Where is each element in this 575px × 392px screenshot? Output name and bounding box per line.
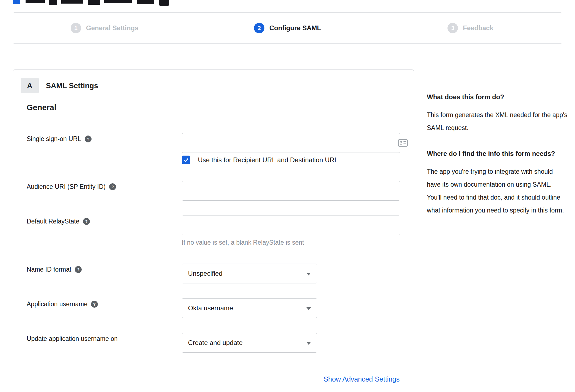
update-username-label-row: Update application username on — [27, 335, 118, 343]
clipped-title-badge — [159, 0, 169, 6]
help-heading-1: What does this form do? — [427, 92, 568, 103]
sso-recipient-checkbox-row: Use this for Recipient URL and Destinati… — [182, 156, 338, 164]
help-icon[interactable] — [75, 266, 82, 273]
help-body-1: This form generates the XML needed for t… — [427, 109, 568, 134]
help-panel: What does this form do? This form genera… — [427, 92, 568, 231]
chevron-down-icon — [306, 342, 311, 345]
clipped-page-title — [13, 0, 189, 6]
step-general-settings[interactable]: 1 General Settings — [13, 13, 196, 43]
relay-state-label: Default RelayState — [27, 218, 79, 225]
update-username-select[interactable]: Create and update — [182, 333, 317, 353]
audience-uri-label-row: Audience URI (SP Entity ID) — [27, 183, 116, 191]
step-number-badge: 1 — [71, 23, 81, 33]
help-icon[interactable] — [109, 183, 116, 190]
sso-url-label-row: Single sign-on URL — [27, 135, 92, 143]
recipient-url-checkbox-label: Use this for Recipient URL and Destinati… — [198, 156, 338, 164]
application-username-label: Application username — [27, 300, 87, 308]
relay-state-label-row: Default RelayState — [27, 218, 90, 225]
help-body-2: The app you're trying to integrate with … — [427, 165, 568, 217]
name-id-format-value: Unspecified — [188, 270, 222, 277]
help-icon[interactable] — [83, 218, 90, 225]
step-label: Configure SAML — [269, 24, 321, 32]
name-id-format-label-row: Name ID format — [27, 266, 82, 273]
autofill-card-icon[interactable] — [398, 139, 408, 147]
chevron-down-icon — [306, 307, 311, 310]
card-title: SAML Settings — [46, 82, 98, 90]
check-icon — [183, 157, 189, 163]
wizard-stepper: 1 General Settings 2 Configure SAML 3 Fe… — [13, 12, 562, 44]
name-id-format-label: Name ID format — [27, 266, 71, 273]
step-feedback[interactable]: 3 Feedback — [379, 13, 562, 43]
recipient-url-checkbox[interactable] — [182, 156, 190, 164]
relay-state-input[interactable] — [182, 216, 400, 235]
application-username-label-row: Application username — [27, 300, 98, 308]
step-number-badge: 2 — [254, 23, 264, 33]
show-advanced-settings-link[interactable]: Show Advanced Settings — [324, 375, 400, 383]
clipped-title-icon — [13, 0, 20, 4]
help-icon[interactable] — [85, 136, 92, 142]
application-username-value: Okta username — [188, 304, 233, 312]
section-a-badge: A — [21, 78, 39, 93]
saml-settings-card: A SAML Settings General Single sign-on U… — [13, 69, 414, 392]
help-heading-2: Where do I find the info this form needs… — [427, 148, 568, 159]
step-label: Feedback — [463, 24, 493, 32]
help-icon[interactable] — [91, 301, 98, 308]
relay-state-hint: If no value is set, a blank RelayState i… — [182, 239, 304, 246]
update-username-label: Update application username on — [27, 335, 118, 343]
application-username-select[interactable]: Okta username — [182, 298, 317, 318]
step-label: General Settings — [86, 24, 139, 32]
update-username-value: Create and update — [188, 339, 243, 347]
sso-url-input[interactable] — [182, 133, 400, 153]
step-number-badge: 3 — [447, 23, 458, 33]
sso-url-label: Single sign-on URL — [27, 135, 81, 143]
audience-uri-input[interactable] — [182, 181, 400, 201]
audience-uri-label: Audience URI (SP Entity ID) — [27, 183, 106, 191]
general-section-title: General — [27, 103, 56, 112]
chevron-down-icon — [306, 273, 311, 275]
name-id-format-select[interactable]: Unspecified — [182, 264, 317, 283]
step-configure-saml[interactable]: 2 Configure SAML — [196, 13, 379, 43]
